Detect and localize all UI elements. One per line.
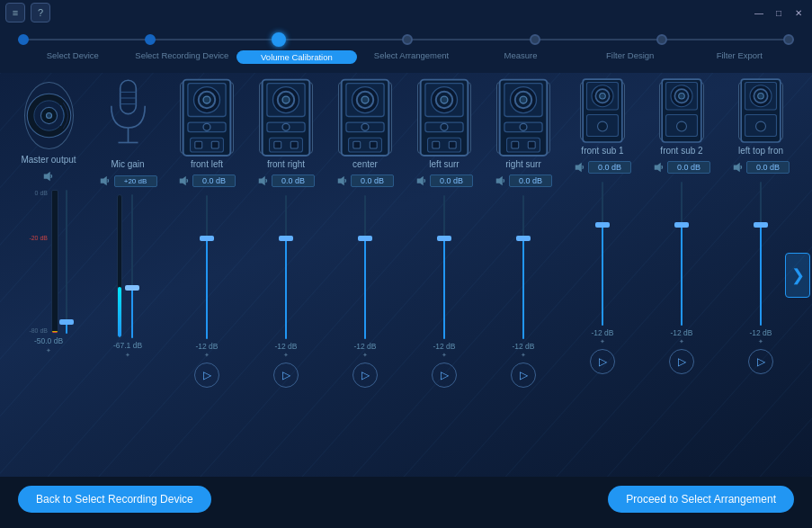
svg-rect-7 [120, 80, 136, 113]
svg-rect-67 [528, 141, 535, 148]
fader-track-center [364, 195, 366, 339]
fader-area-left-surr [436, 195, 452, 339]
sound-icon-left-top-front [732, 161, 745, 177]
svg-marker-84 [655, 163, 661, 173]
vol-display-left-top-front: 0.0 dB [746, 161, 790, 174]
step-recording-device[interactable] [145, 34, 156, 45]
step-select-device[interactable] [18, 34, 29, 45]
play-button-front-left[interactable]: ▷ [194, 362, 219, 388]
fader-handle-front-right[interactable] [279, 236, 293, 241]
fader-handle-master[interactable] [59, 319, 74, 325]
svg-rect-45 [370, 141, 377, 148]
fader-handle-mic[interactable] [125, 285, 139, 291]
play-button-right-surr[interactable]: ▷ [511, 362, 536, 388]
channel-label-front-sub-2: front sub 2 [660, 146, 702, 156]
master-speaker-icon [24, 82, 74, 149]
maximize-button[interactable]: □ [771, 6, 787, 19]
svg-marker-46 [338, 176, 344, 186]
sound-icon-front-left [178, 175, 191, 191]
vol-display-front-left: 0.0 dB [192, 175, 236, 187]
fader-area-front-sub-1 [594, 182, 611, 326]
play-button-front-right[interactable]: ▷ [273, 362, 299, 388]
sound-icon-mic [99, 175, 112, 191]
fader-area-left-top-front [753, 182, 769, 326]
play-button-left-surr[interactable]: ▷ [432, 362, 457, 388]
fader-handle-left-top-front[interactable] [754, 222, 768, 228]
channel-label-left-surr: left surr [429, 159, 459, 169]
step-filter-design[interactable] [656, 34, 667, 45]
fader-track-left-top-front [760, 182, 762, 326]
fader-handle-front-left[interactable] [200, 236, 214, 241]
bottom-db-front-right: -12 dB [274, 342, 297, 351]
fader-handle-left-surr[interactable] [437, 236, 451, 241]
plus-icon-left-surr: ✦ [442, 352, 447, 359]
channel-label-front-sub-1: front sub 1 [581, 146, 623, 156]
channel-label-front-right: front right [267, 159, 305, 169]
minimize-button[interactable]: — [751, 6, 767, 19]
fader-handle-right-surr[interactable] [516, 236, 531, 241]
svg-point-89 [758, 94, 764, 100]
scroll-right-button[interactable]: ❯ [785, 253, 810, 298]
svg-point-83 [677, 122, 687, 132]
svg-point-31 [282, 124, 290, 131]
speaker-icon-front-sub-2 [659, 82, 704, 140]
speaker-icon-front-left [180, 82, 234, 154]
back-button[interactable]: Back to Select Recording Device [18, 486, 211, 513]
speaker-icon-left-surr [417, 82, 471, 154]
svg-rect-34 [290, 141, 298, 148]
play-button-left-top-front[interactable]: ▷ [748, 349, 773, 374]
svg-marker-35 [259, 176, 265, 186]
vol-display-front-sub-1: 0.0 dB [588, 161, 631, 174]
proceed-button[interactable]: Proceed to Select Arrangement [608, 486, 794, 513]
main-content: Master output 0 dB -20 dB -80 dB [0, 73, 812, 477]
svg-point-42 [361, 124, 369, 131]
title-bar-controls-left: ≡ ? [5, 3, 50, 22]
vol-display-right-surr: 0.0 dB [509, 175, 552, 187]
help-button[interactable]: ? [31, 3, 50, 22]
svg-point-64 [520, 124, 527, 131]
menu-button[interactable]: ≡ [5, 3, 25, 22]
step-volume-calibration[interactable] [272, 32, 286, 47]
step-measure[interactable] [530, 34, 540, 45]
bottom-db-right-surr: -12 dB [512, 342, 534, 351]
channel-label-center: center [352, 159, 378, 169]
fader-handle-front-sub-2[interactable] [674, 222, 689, 228]
fader-track-right-surr [522, 195, 524, 339]
play-button-front-sub-1[interactable]: ▷ [590, 349, 615, 374]
vol-display-mic: +20 dB [114, 175, 157, 187]
plus-icon-left-top-front: ✦ [758, 338, 763, 345]
svg-marker-57 [417, 176, 424, 186]
channel-label-mic: Mic gain [111, 159, 144, 169]
mic-icon-mic [103, 82, 153, 154]
play-button-center[interactable]: ▷ [352, 362, 378, 388]
step-label-1: Select Device [18, 50, 128, 64]
step-select-arrangement[interactable] [402, 34, 413, 45]
step-filter-export[interactable] [783, 34, 794, 45]
steps-labels: Select Device Select Recording Device Vo… [18, 50, 794, 64]
svg-marker-24 [180, 176, 186, 186]
step-label-7: Filter Export [684, 50, 794, 64]
bottom-db-center: -12 dB [353, 342, 376, 351]
title-bar: ≡ ? — □ ✕ [0, 0, 812, 25]
plus-icon-right-surr: ✦ [521, 352, 526, 359]
fader-track-master [66, 190, 67, 334]
fader-handle-front-sub-1[interactable] [595, 222, 610, 228]
svg-point-5 [46, 112, 51, 118]
channel-front-sub-1: front sub 1 0.0 dB -12 dB ✦ ▷ [563, 82, 642, 477]
fader-track-front-sub-2 [681, 182, 683, 326]
svg-point-81 [679, 94, 685, 100]
sound-icon-front-sub-1 [574, 161, 586, 177]
vu-meter-master [51, 190, 58, 334]
channel-right-surr: right surr 0.0 dB -12 dB ✦ ▷ [484, 82, 563, 477]
vol-display-left-surr: 0.0 dB [430, 175, 473, 187]
close-button[interactable]: ✕ [790, 6, 807, 19]
fader-area-front-right [278, 195, 294, 339]
fader-handle-center[interactable] [358, 236, 372, 241]
channel-label-left-top-front: left top fron [738, 146, 783, 156]
step-label-2: Select Recording Device [128, 50, 237, 64]
sound-icon-right-surr [495, 175, 507, 191]
bottom-plus-icon-master: ✦ [46, 347, 51, 354]
window-controls: — □ ✕ [751, 6, 807, 19]
play-button-front-sub-2[interactable]: ▷ [669, 349, 694, 374]
plus-icon-front-left: ✦ [204, 352, 210, 359]
